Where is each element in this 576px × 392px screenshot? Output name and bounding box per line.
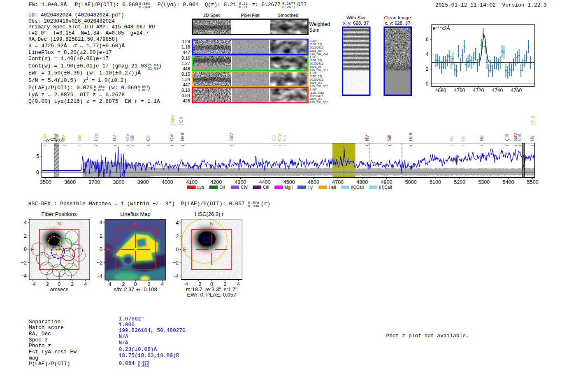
svg-text:Separation: Separation [29, 319, 60, 325]
svg-text:Q(z): 0.21: Q(z): 0.21 [205, 2, 237, 8]
svg-text:λ = 4725.92Å σ = 1.77(±0.60)Å: λ = 4725.92Å σ = 1.77(±0.60)Å [28, 43, 125, 49]
svg-text:4: 4 [84, 281, 87, 287]
svg-text:3900: 3900 [137, 179, 149, 185]
svg-text:4: 4 [100, 220, 102, 225]
svg-text:HeII: HeII [329, 185, 336, 190]
svg-text:0.054: 0.054 [118, 360, 135, 366]
svg-text:5000: 5000 [405, 179, 417, 185]
svg-text:MgII: MgII [53, 132, 58, 141]
svg-text:HSC-DEX : Possible Matches = 1: HSC-DEX : Possible Matches = 1 (within +… [28, 201, 245, 207]
svg-text:0.16: 0.16 [181, 56, 190, 60]
svg-text:0.061: 0.061 [94, 88, 105, 93]
svg-text:SiII: SiII [77, 135, 82, 141]
svg-text:N: N [134, 221, 137, 227]
svg-text:21.02: 21.02 [148, 67, 158, 71]
svg-text:MgII: MgII [285, 185, 293, 190]
svg-text:2: 2 [24, 233, 27, 239]
svg-text:0.21: 0.21 [239, 5, 248, 9]
svg-text:−4: −4 [105, 281, 111, 287]
svg-text:Lineflux Map: Lineflux Map [120, 211, 151, 217]
svg-text:Hγ: Hγ [530, 135, 534, 141]
svg-text:−2: −2 [97, 260, 102, 266]
svg-text:P(LAE)/P(OII): 0.069: P(LAE)/P(OII): 0.069 [75, 2, 138, 8]
svg-text:199.826164, 50.480270: 199.826164, 50.480270 [118, 327, 185, 334]
svg-text:448: 448 [183, 66, 190, 71]
svg-text:5200: 5200 [454, 179, 465, 185]
svg-text:NV: NV [365, 135, 369, 141]
svg-text:0: 0 [100, 246, 102, 252]
svg-text:−4: −4 [21, 273, 27, 279]
svg-text:Cont(n) = 1.40(±0.06)e-17: Cont(n) = 1.40(±0.06)e-17 [28, 56, 109, 62]
svg-text:(w: 0.069: (w: 0.069 [108, 85, 137, 91]
svg-text:0: 0 [426, 81, 429, 87]
svg-text:Lyα: Lyα [42, 134, 47, 141]
svg-text:OIII: OIII [517, 134, 522, 141]
svg-text:OII: OII [297, 2, 307, 8]
svg-text:428: 428 [183, 98, 190, 103]
svg-text:CIV: CIV [241, 185, 248, 190]
svg-text:arcsecs: arcsecs [50, 286, 68, 292]
svg-text:SiII: SiII [387, 135, 392, 141]
svg-text:CIV: CIV [125, 134, 130, 141]
svg-text:0: 0 [36, 169, 39, 175]
svg-text:4700: 4700 [454, 88, 465, 93]
svg-text:−2: −2 [43, 281, 49, 287]
svg-text:2: 2 [100, 233, 102, 239]
svg-text:ID: 4026482024 (4026482024.pdf: ID: 4026482024 (4026482024.pdf) [28, 12, 124, 18]
svg-text:4720: 4720 [473, 88, 484, 93]
svg-text:0.84: 0.84 [181, 93, 190, 98]
svg-text:Obs: 20230416v026_4026482024: Obs: 20230416v026_4026482024 [28, 19, 115, 24]
svg-text:0.15: 0.15 [181, 72, 190, 77]
svg-text:4900: 4900 [381, 179, 393, 185]
svg-text:s/b: 2.37 +/- 0.108: s/b: 2.37 +/- 0.108 [114, 286, 157, 292]
svg-text:OII: OII [272, 135, 276, 141]
svg-text:Weighted: Weighted [309, 21, 330, 27]
svg-text:4: 4 [176, 220, 179, 226]
svg-text:5400: 5400 [503, 179, 514, 185]
svg-text:4300: 4300 [235, 179, 246, 185]
svg-text:4600: 4600 [308, 179, 319, 185]
svg-text:Pixel Flat: Pixel Flat [241, 13, 259, 18]
svg-text:NV: NV [61, 135, 66, 141]
svg-text:P(LAE)/P(OII): P(LAE)/P(OII) [29, 361, 70, 367]
svg-text:RA,Dec (199.825821,50.479858): RA,Dec (199.825821,50.479858) [28, 37, 118, 42]
svg-text:2: 2 [426, 66, 429, 72]
svg-text:P(LAE)/P(OII): 0.075: P(LAE)/P(OII): 0.075 [28, 85, 93, 91]
svg-text:OII: OII [282, 135, 287, 141]
svg-text:CIV: CIV [277, 134, 282, 141]
svg-text:mag: mag [29, 355, 38, 361]
svg-text:EWr = 1.50(±0.36) (w: 1.10(±0.: EWr = 1.50(±0.36) (w: 1.10(±0.27))Å [28, 70, 141, 76]
svg-text:5500: 5500 [527, 179, 539, 185]
svg-text:Clean Image: Clean Image [384, 15, 411, 20]
svg-text:0.29: 0.29 [181, 39, 190, 44]
svg-text:−4: −4 [173, 274, 179, 279]
svg-text:4680: 4680 [435, 88, 446, 93]
svg-text:CIII: CIII [263, 185, 269, 190]
svg-text:OIII: OIII [504, 134, 509, 141]
svg-text:415_RU_021: 415_RU_021 [310, 100, 328, 104]
svg-text:18.75(18.63,18.89)R: 18.75(18.63,18.89)R [118, 353, 179, 359]
svg-text:OVI: OVI [169, 133, 174, 141]
svg-text:4000: 4000 [162, 179, 173, 185]
svg-text:( CIII: ( CIII [530, 116, 535, 125]
svg-text:447: 447 [183, 50, 190, 55]
svg-text:N/A: N/A [118, 334, 128, 340]
svg-text:4740: 4740 [492, 88, 503, 93]
svg-text:−4: −4 [30, 281, 36, 287]
svg-text:0: 0 [176, 247, 179, 253]
svg-text:0.2677: 0.2677 [282, 5, 295, 9]
svg-text:447: 447 [183, 82, 190, 87]
svg-text:0.049: 0.049 [139, 5, 150, 9]
svg-text:N: N [210, 221, 214, 227]
svg-text:( OII: ( OII [179, 117, 183, 125]
svg-text:1.18: 1.18 [181, 44, 190, 49]
svg-text:1.34: 1.34 [181, 77, 190, 82]
svg-text:): ) [147, 85, 151, 91]
svg-text:HeII: HeII [180, 133, 185, 141]
svg-text:N: N [57, 221, 61, 227]
svg-text:Primary Spec_Slot_IFU_AMP: 415: Primary Spec_Slot_IFU_AMP: 415_048_067_R… [28, 24, 155, 30]
svg-text:−2: −2 [173, 260, 179, 266]
svg-text:Hγ: Hγ [460, 135, 465, 141]
svg-text:0.10: 0.10 [181, 88, 190, 93]
svg-text:Lyα: Lyα [197, 185, 204, 190]
